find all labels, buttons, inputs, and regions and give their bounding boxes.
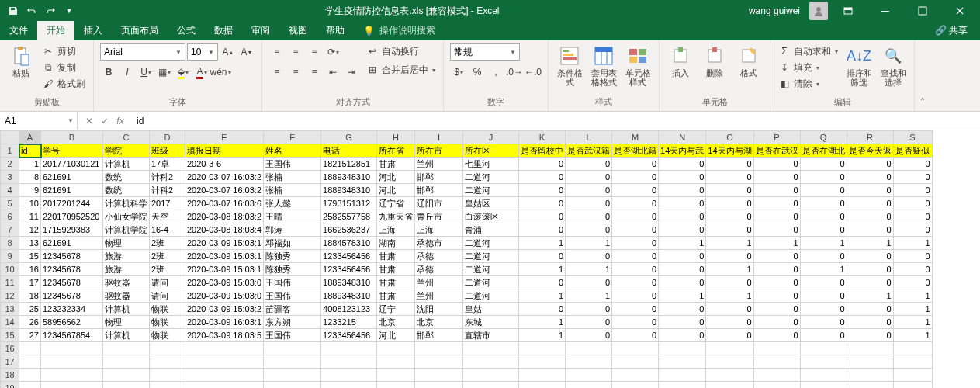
cell[interactable]: 0 [566,276,612,289]
column-header[interactable]: M [612,131,659,144]
tab-file[interactable]: 文件 [0,21,37,40]
cell[interactable]: 0 [706,158,753,171]
undo-icon[interactable] [23,2,40,19]
cell[interactable] [19,355,41,369]
font-size-box[interactable]: ▼ [187,43,218,61]
row-header[interactable]: 16 [1,342,19,355]
cell[interactable]: 2020-03-08 18:03:4 [185,223,264,237]
cell[interactable]: 0 [800,171,847,184]
accept-formula-icon[interactable]: ✓ [98,116,112,126]
cell[interactable]: 1 [893,237,932,250]
cell[interactable]: 0 [519,158,566,171]
cell[interactable] [264,369,321,382]
cell[interactable]: 0 [753,158,800,171]
cell[interactable]: 郭涛 [264,223,321,237]
cell[interactable] [612,369,659,382]
cell[interactable]: 13 [19,237,41,250]
cell[interactable]: 二道河 [463,237,519,250]
cell[interactable]: 0 [706,329,753,342]
cell[interactable]: 14天内与武 [659,144,706,158]
cell[interactable]: 数统 [103,171,150,184]
cell[interactable]: 邯郸 [415,329,463,342]
column-header[interactable]: L [566,131,612,144]
wrap-text-button[interactable]: ↩自动换行 [365,43,437,59]
cell[interactable]: 0 [612,223,659,237]
cell[interactable] [847,382,893,389]
cell[interactable]: 是否留校中 [519,144,566,158]
cell[interactable]: 2582557758 [321,210,377,223]
cell[interactable]: 0 [847,303,893,316]
tell-me[interactable]: 💡 操作说明搜索 [354,21,445,40]
cell[interactable]: 0 [847,329,893,342]
cell[interactable] [377,342,415,355]
cell[interactable]: 10 [19,197,41,210]
row-header[interactable]: 6 [1,210,19,223]
cell-styles-button[interactable]: 单元格样式 [623,43,653,88]
cell[interactable]: 王国伟 [264,158,321,171]
cell[interactable]: 辽宁省 [377,197,415,210]
cell[interactable]: 上海 [415,223,463,237]
cell[interactable]: 1233456456 [321,329,377,342]
cell[interactable] [800,342,847,355]
cell[interactable]: 2020-03-09 15:03:0 [185,276,264,289]
cell[interactable] [150,342,185,355]
cell[interactable]: 25 [19,303,41,316]
cell[interactable]: 0 [893,171,932,184]
autosum-button[interactable]: Σ自动求和▾ [777,43,840,59]
cell[interactable] [377,382,415,389]
cell[interactable]: 0 [800,184,847,197]
cell[interactable] [847,355,893,369]
cell[interactable]: 0 [753,223,800,237]
cell[interactable] [800,369,847,382]
bold-icon[interactable]: B [100,64,117,81]
cell[interactable]: 0 [659,197,706,210]
tab-view[interactable]: 视图 [279,21,317,40]
cell[interactable]: 2020-03-07 16:03:6 [185,197,264,210]
cell[interactable]: 0 [706,184,753,197]
cell[interactable]: 0 [706,316,753,329]
cell[interactable]: 1 [519,289,566,303]
copy-button[interactable]: ⧉复制 [40,60,87,75]
cell[interactable] [659,342,706,355]
cell[interactable] [377,369,415,382]
cell[interactable]: 驱蚊器 [103,289,150,303]
cell[interactable]: 青丘市 [415,210,463,223]
row-header[interactable]: 19 [1,382,19,389]
cell[interactable] [612,342,659,355]
cell[interactable] [41,355,103,369]
cell[interactable]: 0 [612,237,659,250]
cell[interactable]: 8 [19,171,41,184]
cell[interactable]: 计算机 [103,329,150,342]
cell[interactable]: 天空 [150,210,185,223]
user-avatar[interactable] [809,2,828,20]
cell[interactable]: 12345678 [41,276,103,289]
cell[interactable]: 1 [519,329,566,342]
delete-button[interactable]: 删除 [700,43,729,79]
cell[interactable]: 0 [566,316,612,329]
align-right-icon[interactable]: ≡ [306,64,323,81]
cell[interactable] [41,382,103,389]
find-select-button[interactable]: 🔍查找和选择 [878,43,908,88]
cell[interactable]: 1 [519,237,566,250]
ribbon-display-icon[interactable] [831,0,865,22]
increase-decimal-icon[interactable]: .0→ [506,64,523,81]
cell[interactable]: 0 [519,276,566,289]
row-header[interactable]: 2 [1,158,19,171]
cell[interactable] [463,342,519,355]
cell[interactable]: 计算机学院 [103,223,150,237]
cell[interactable]: 青浦 [463,223,519,237]
cell[interactable]: 电话 [321,144,377,158]
cell[interactable]: 0 [800,210,847,223]
cell[interactable]: 邓福如 [264,237,321,250]
cell[interactable]: 2020-03-09 15:03:1 [185,237,264,250]
cell[interactable]: 小仙女学院 [103,210,150,223]
cell[interactable]: 0 [753,210,800,223]
cell[interactable]: 2班 [150,237,185,250]
cell[interactable]: 1233456456 [321,250,377,263]
cell[interactable]: 计算机 [103,158,150,171]
cell[interactable]: 是否在湖北 [800,144,847,158]
cell[interactable] [659,369,706,382]
cell[interactable]: 1 [19,158,41,171]
cell[interactable]: 2020-3-6 [185,158,264,171]
cell[interactable]: 辽阳市 [415,197,463,210]
